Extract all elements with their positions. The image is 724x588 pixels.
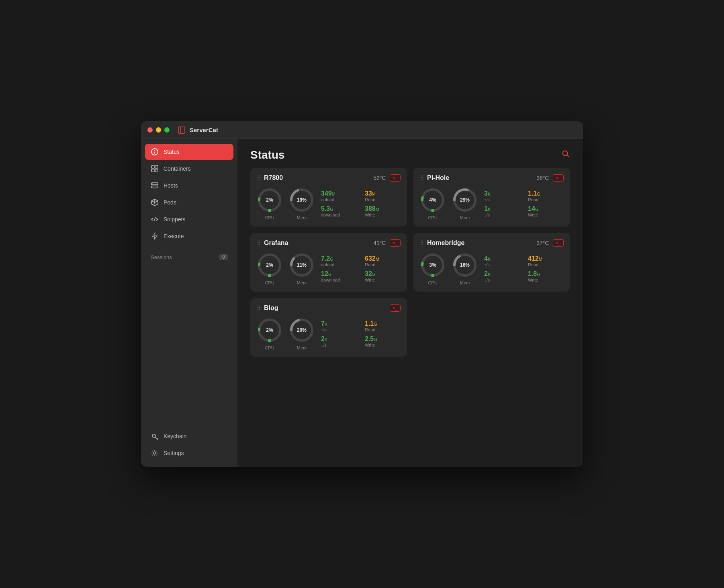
card-header-left: ⠿ Grafana — [257, 239, 288, 247]
cpu-label: CPU — [428, 215, 437, 220]
pods-label: Pods — [164, 199, 176, 206]
download-value: 1K — [484, 205, 520, 212]
svg-rect-5 — [151, 165, 154, 168]
terminal-button[interactable]: >_ — [390, 304, 401, 312]
sidebar-item-containers[interactable]: Containers — [145, 161, 233, 177]
sessions-label: Sessions — [151, 254, 172, 260]
sidebar-item-status[interactable]: Status — [145, 144, 233, 160]
svg-rect-10 — [151, 186, 158, 188]
sidebar-item-execute[interactable]: Execute — [145, 228, 233, 244]
mem-label: Mem — [460, 215, 470, 220]
download-label: ↓/s — [484, 278, 520, 282]
card-temp: 37°C — [536, 240, 549, 246]
card-header: ⠿ Homebridge 37°C >_ — [420, 239, 564, 247]
terminal-button[interactable]: >_ — [390, 239, 401, 247]
card-name: Blog — [264, 304, 278, 312]
sidebar-item-snippets[interactable]: Snippets — [145, 211, 233, 227]
cpu-status-dot — [431, 209, 434, 212]
write-stat: 388M Write — [365, 205, 401, 217]
card-metrics: 2% CPU 20% Mem 7K ↑/s 1.1G — [257, 317, 401, 350]
cpu-label: CPU — [428, 280, 437, 285]
snippets-label: Snippets — [164, 216, 185, 223]
sidebar-toggle-icon[interactable] — [178, 126, 186, 134]
cpu-value: 2% — [266, 197, 273, 203]
card-header-right: 41°C >_ — [373, 239, 401, 247]
server-card-grafana: ⠿ Grafana 41°C >_ 2% CPU — [250, 233, 407, 292]
close-button[interactable] — [147, 127, 153, 133]
server-card-homebridge: ⠿ Homebridge 37°C >_ 3% CPU — [413, 233, 570, 292]
mem-value: 20% — [297, 327, 307, 333]
lightning-icon — [151, 232, 159, 240]
execute-label: Execute — [164, 233, 184, 239]
cpu-value: 4% — [429, 197, 436, 203]
network-stats: 349M upload 33M Read 5.3G download 388M … — [321, 190, 401, 217]
card-name: Grafana — [264, 239, 288, 247]
cpu-gauge: 2% CPU — [257, 187, 282, 220]
card-name: Homebridge — [427, 239, 464, 247]
terminal-button[interactable]: >_ — [553, 174, 564, 182]
sidebar-item-settings[interactable]: Settings — [145, 445, 233, 461]
download-label: download — [321, 212, 357, 217]
main-content: Status ⠿ R7800 52°C >_ — [237, 139, 583, 467]
download-label: download — [321, 278, 357, 282]
network-stats: 3K ↑/s 1.1G Read 1K ↓/s 14G Write — [484, 190, 564, 217]
mem-value: 19% — [297, 197, 307, 203]
sidebar-bottom: Keychain Settings — [141, 428, 237, 462]
upload-label: ↑/s — [484, 262, 520, 267]
svg-rect-8 — [155, 169, 158, 172]
read-stat: 412M Read — [528, 255, 564, 267]
terminal-button[interactable]: >_ — [553, 239, 564, 247]
download-stat: 1K ↓/s — [484, 205, 520, 217]
upload-stat: 7K ↑/s — [321, 320, 357, 332]
read-value: 1.1G — [365, 320, 401, 327]
sidebar-item-pods[interactable]: Pods — [145, 194, 233, 210]
mem-label: Mem — [460, 280, 470, 285]
write-stat: 32G Write — [365, 270, 401, 282]
upload-value: 4K — [484, 255, 520, 262]
mem-value: 16% — [460, 262, 470, 268]
mem-value: 29% — [460, 197, 470, 203]
cpu-gauge-wrapper: 2% — [257, 187, 282, 213]
search-button[interactable] — [561, 149, 570, 161]
cpu-gauge-wrapper: 3% — [420, 252, 446, 278]
read-value: 1.1G — [528, 190, 564, 197]
download-label: ↓/s — [321, 343, 357, 347]
mem-gauge-wrapper: 16% — [452, 252, 478, 278]
card-name: Pi-Hole — [427, 174, 449, 182]
mem-gauge-wrapper: 29% — [452, 187, 478, 213]
svg-rect-7 — [151, 169, 154, 172]
cpu-gauge-wrapper: 2% — [257, 317, 282, 343]
app-title: ServerCat — [190, 127, 218, 133]
cpu-label: CPU — [265, 215, 274, 220]
card-metrics: 4% CPU 29% Mem 3K ↑/s 1.1G — [420, 187, 564, 220]
download-stat: 5.3G download — [321, 205, 357, 217]
terminal-button[interactable]: >_ — [390, 174, 401, 182]
cpu-value: 2% — [266, 327, 273, 333]
minimize-button[interactable] — [156, 127, 161, 133]
card-header: ⠿ R7800 52°C >_ — [257, 174, 401, 182]
cpu-gauge: 2% CPU — [257, 317, 282, 350]
cpu-gauge-wrapper: 4% — [420, 187, 446, 213]
card-metrics: 3% CPU 16% Mem 4K ↑/s 412M — [420, 252, 564, 285]
svg-rect-6 — [155, 165, 158, 168]
write-value: 32G — [365, 270, 401, 278]
sidebar-item-keychain[interactable]: Keychain — [145, 428, 233, 444]
read-value: 412M — [528, 255, 564, 262]
read-stat: 1.1G Read — [528, 190, 564, 202]
titlebar: ServerCat — [141, 121, 583, 139]
server-grid: ⠿ R7800 52°C >_ 2% CPU — [237, 168, 583, 370]
read-label: Read — [365, 262, 401, 267]
card-metrics: 2% CPU 19% Mem 349M upload — [257, 187, 401, 220]
write-label: Write — [528, 212, 564, 217]
sidebar-item-hosts[interactable]: Hosts — [145, 178, 233, 194]
card-name: R7800 — [264, 174, 283, 182]
download-value: 5.3G — [321, 205, 357, 212]
mem-gauge-wrapper: 19% — [289, 187, 315, 213]
mem-label: Mem — [297, 345, 307, 350]
read-label: Read — [365, 327, 401, 332]
cpu-label: CPU — [265, 345, 274, 350]
upload-value: 7K — [321, 320, 357, 327]
maximize-button[interactable] — [164, 127, 170, 133]
mem-gauge: 11% Mem — [289, 252, 315, 285]
mem-label: Mem — [297, 215, 307, 220]
